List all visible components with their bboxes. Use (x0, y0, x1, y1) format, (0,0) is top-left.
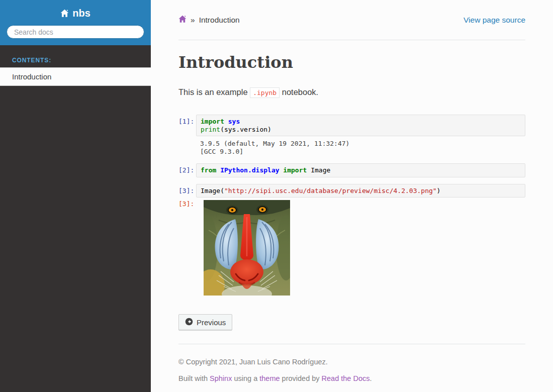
sidebar-menu-list: Introduction (0, 67, 151, 86)
code-token-module: sys (228, 118, 240, 125)
search-input[interactable] (7, 25, 144, 39)
app-window: nbs CONTENTS: Introduction (0, 0, 553, 392)
code-token-plain: (sys.version) (220, 126, 271, 133)
sidebar-header: nbs (0, 0, 151, 45)
code-line: import sys (201, 118, 521, 126)
notebook-cells: [1]: import sys print(sys.version) 3.9.5… (178, 115, 525, 296)
output-line: [GCC 9.3.0] (200, 148, 521, 156)
previous-button[interactable]: Previous (178, 314, 232, 331)
sidebar-title: nbs (72, 8, 90, 19)
cell-2-input-prompt: [2]: (178, 163, 196, 174)
intro-text-pre: This is an example (178, 87, 250, 96)
built-with-pre: Built with (178, 374, 210, 382)
contents-label: CONTENTS: (0, 57, 151, 64)
cell-3-input-row: [3]: Image("http://sipi.usc.edu/database… (178, 184, 525, 198)
built-with-mid1: using a (232, 374, 259, 382)
code-line: from IPython.display import Image (201, 166, 521, 174)
sidebar-brand-link[interactable]: nbs (7, 6, 144, 20)
read-the-docs-link[interactable]: Read the Docs (322, 374, 370, 382)
cell-2-input-row: [2]: from IPython.display import Image (178, 163, 525, 177)
cell-3-output-area (196, 200, 525, 296)
intro-text-post: notebook. (280, 87, 318, 96)
output-image-mandrill (204, 200, 290, 296)
cell-3-output-row: [3]: (178, 200, 525, 296)
intro-paragraph: This is an example .ipynb notebook. (178, 86, 525, 99)
breadcrumb-current: Introduction (199, 16, 240, 25)
code-token-plain: Image (311, 166, 330, 174)
sidebar-item-label: Introduction (12, 72, 51, 81)
cell-1-output-prompt-empty (178, 140, 196, 143)
search-wrap (7, 25, 144, 39)
main-content: » Introduction View page source Introduc… (151, 0, 553, 392)
cell-3-input-area: Image("http://sipi.usc.edu/database/prev… (196, 184, 525, 198)
breadcrumb: » Introduction View page source (178, 15, 525, 40)
code-token-plain: Image( (201, 187, 224, 194)
theme-link[interactable]: theme (259, 374, 280, 382)
arrow-circle-left-icon (185, 318, 193, 327)
built-with-text: Built with Sphinx using a theme provided… (178, 374, 525, 382)
view-page-source-link[interactable]: View page source (464, 16, 525, 25)
sidebar: nbs CONTENTS: Introduction (0, 0, 151, 392)
code-token-builtin: print (201, 126, 220, 133)
sidebar-menu: CONTENTS: Introduction (0, 45, 151, 86)
cell-1-input-area: import sys print(sys.version) (196, 115, 525, 136)
breadcrumb-home-link[interactable] (178, 15, 187, 25)
code-line: Image("http://sipi.usc.edu/database/prev… (201, 187, 521, 195)
code-token-plain: ) (437, 187, 441, 194)
cell-1-output-row: 3.9.5 (default, May 19 2021, 11:32:47) [… (178, 140, 525, 155)
page-title: Introduction (178, 53, 525, 72)
cell-1-input-row: [1]: import sys print(sys.version) (178, 115, 525, 136)
code-token-string: "http://sipi.usc.edu/database/preview/mi… (224, 187, 437, 194)
content-divider (178, 344, 525, 344)
cell-3-output-prompt: [3]: (178, 200, 196, 208)
code-token-keyword: import (280, 166, 311, 174)
cell-1-output-area: 3.9.5 (default, May 19 2021, 11:32:47) [… (196, 140, 525, 155)
copyright-text: © Copyright 2021, Juan Luis Cano Rodrígu… (178, 358, 525, 366)
previous-button-label: Previous (197, 318, 226, 327)
code-token-keyword: from (201, 166, 220, 174)
breadcrumb-trail: » Introduction (178, 15, 240, 25)
home-icon (178, 15, 187, 25)
output-line: 3.9.5 (default, May 19 2021, 11:32:47) (200, 140, 521, 148)
sidebar-item-introduction[interactable]: Introduction (0, 67, 151, 86)
sphinx-link[interactable]: Sphinx (210, 374, 232, 382)
built-with-mid2: provided by (280, 374, 322, 382)
code-token-module: IPython.display (220, 166, 279, 174)
cell-3-input-prompt: [3]: (178, 184, 196, 195)
footer-navigation: Previous (178, 314, 525, 331)
page-footer: © Copyright 2021, Juan Luis Cano Rodrígu… (178, 358, 525, 382)
home-icon (60, 9, 69, 18)
code-token-keyword: import (201, 118, 228, 125)
cell-1-input-prompt: [1]: (178, 115, 196, 126)
breadcrumb-separator: » (191, 16, 195, 25)
built-with-period: . (370, 374, 372, 382)
code-line: print(sys.version) (201, 126, 521, 134)
cell-2-input-area: from IPython.display import Image (196, 163, 525, 177)
ipynb-code-literal: .ipynb (250, 87, 280, 98)
